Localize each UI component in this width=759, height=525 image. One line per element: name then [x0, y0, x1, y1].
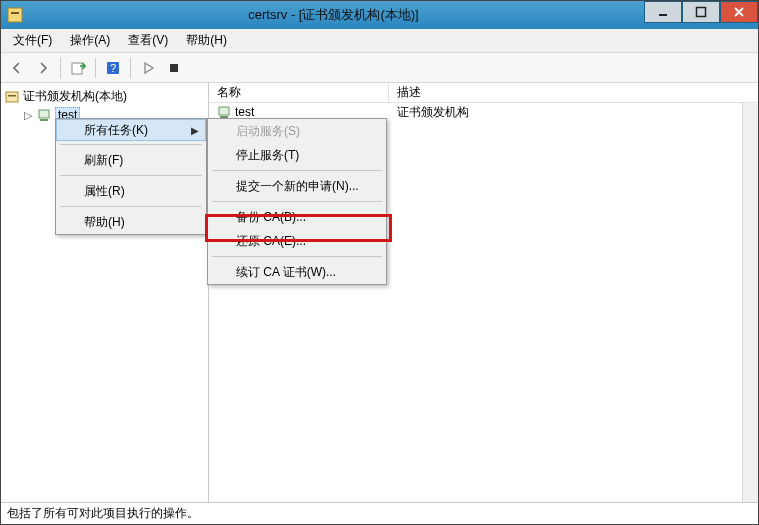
column-name[interactable]: 名称: [209, 82, 389, 103]
window-title: certsrv - [证书颁发机构(本地)]: [23, 6, 644, 24]
svg-rect-9: [8, 95, 16, 97]
menu-separator: [60, 144, 202, 145]
ctx-label: 提交一个新的申请(N)...: [236, 178, 359, 195]
context-menu-submenu: 启动服务(S) 停止服务(T) 提交一个新的申请(N)... 备份 CA(B).…: [207, 118, 387, 285]
svg-rect-8: [6, 92, 18, 102]
expand-icon[interactable]: ▷: [23, 109, 33, 122]
menu-separator: [212, 256, 382, 257]
context-menu-primary: 所有任务(K) ▶ 刷新(F) 属性(R) 帮助(H): [55, 118, 207, 235]
menubar: 文件(F) 操作(A) 查看(V) 帮助(H): [1, 29, 758, 53]
server-icon: [37, 108, 51, 122]
ctx-label: 还原 CA(E)...: [236, 233, 306, 250]
ctx-label: 续订 CA 证书(W)...: [236, 264, 336, 281]
maximize-button[interactable]: [682, 1, 720, 23]
svg-text:?: ?: [110, 62, 116, 74]
svg-rect-3: [697, 8, 706, 17]
svg-rect-2: [659, 14, 667, 16]
window-buttons: [644, 1, 758, 29]
ctx-start-service: 启动服务(S): [208, 119, 386, 143]
menu-view[interactable]: 查看(V): [120, 30, 176, 51]
tree-root-label: 证书颁发机构(本地): [23, 88, 127, 105]
menu-help[interactable]: 帮助(H): [178, 30, 235, 51]
toolbar-export-button[interactable]: [66, 56, 90, 80]
window-titlebar: certsrv - [证书颁发机构(本地)]: [1, 1, 758, 29]
column-header: 名称 描述: [209, 83, 758, 103]
menu-separator: [212, 201, 382, 202]
ctx-all-tasks[interactable]: 所有任务(K) ▶: [56, 119, 206, 141]
svg-rect-12: [219, 107, 229, 115]
ctx-label: 刷新(F): [84, 152, 123, 169]
ctx-restore-ca[interactable]: 还原 CA(E)...: [208, 229, 386, 253]
ctx-refresh[interactable]: 刷新(F): [56, 148, 206, 172]
app-icon: [7, 7, 23, 23]
toolbar-stop-button[interactable]: [162, 56, 186, 80]
menu-separator: [212, 170, 382, 171]
submenu-arrow-icon: ▶: [191, 125, 199, 136]
toolbar-forward-button[interactable]: [31, 56, 55, 80]
svg-rect-7: [170, 64, 178, 72]
menu-separator: [60, 206, 202, 207]
server-icon: [217, 105, 231, 119]
cert-authority-icon: [5, 90, 19, 104]
list-cell-name: test: [235, 105, 254, 119]
ctx-submit-request[interactable]: 提交一个新的申请(N)...: [208, 174, 386, 198]
toolbar-separator: [60, 58, 61, 78]
svg-rect-10: [39, 110, 49, 118]
svg-rect-4: [72, 63, 82, 74]
svg-rect-0: [8, 8, 22, 22]
menu-file[interactable]: 文件(F): [5, 30, 60, 51]
toolbar-separator: [95, 58, 96, 78]
ctx-label: 帮助(H): [84, 214, 125, 231]
ctx-label: 备份 CA(B)...: [236, 209, 306, 226]
svg-rect-11: [40, 119, 48, 121]
ctx-label: 属性(R): [84, 183, 125, 200]
column-description[interactable]: 描述: [389, 82, 758, 103]
ctx-label: 所有任务(K): [84, 122, 148, 139]
status-text: 包括了所有可对此项目执行的操作。: [7, 505, 199, 522]
menu-separator: [60, 175, 202, 176]
menu-action[interactable]: 操作(A): [62, 30, 118, 51]
statusbar: 包括了所有可对此项目执行的操作。: [1, 502, 758, 524]
svg-rect-1: [11, 12, 19, 14]
tree-root-item[interactable]: 证书颁发机构(本地): [3, 87, 206, 106]
toolbar: ?: [1, 53, 758, 83]
ctx-help[interactable]: 帮助(H): [56, 210, 206, 234]
ctx-label: 启动服务(S): [236, 123, 300, 140]
toolbar-help-button[interactable]: ?: [101, 56, 125, 80]
ctx-backup-ca[interactable]: 备份 CA(B)...: [208, 205, 386, 229]
toolbar-play-button[interactable]: [136, 56, 160, 80]
toolbar-back-button[interactable]: [5, 56, 29, 80]
list-cell-desc: 证书颁发机构: [389, 104, 742, 121]
minimize-button[interactable]: [644, 1, 682, 23]
ctx-label: 停止服务(T): [236, 147, 299, 164]
ctx-properties[interactable]: 属性(R): [56, 179, 206, 203]
ctx-renew-cert[interactable]: 续订 CA 证书(W)...: [208, 260, 386, 284]
vertical-scrollbar[interactable]: [742, 103, 758, 502]
toolbar-separator: [130, 58, 131, 78]
close-button[interactable]: [720, 1, 758, 23]
ctx-stop-service[interactable]: 停止服务(T): [208, 143, 386, 167]
